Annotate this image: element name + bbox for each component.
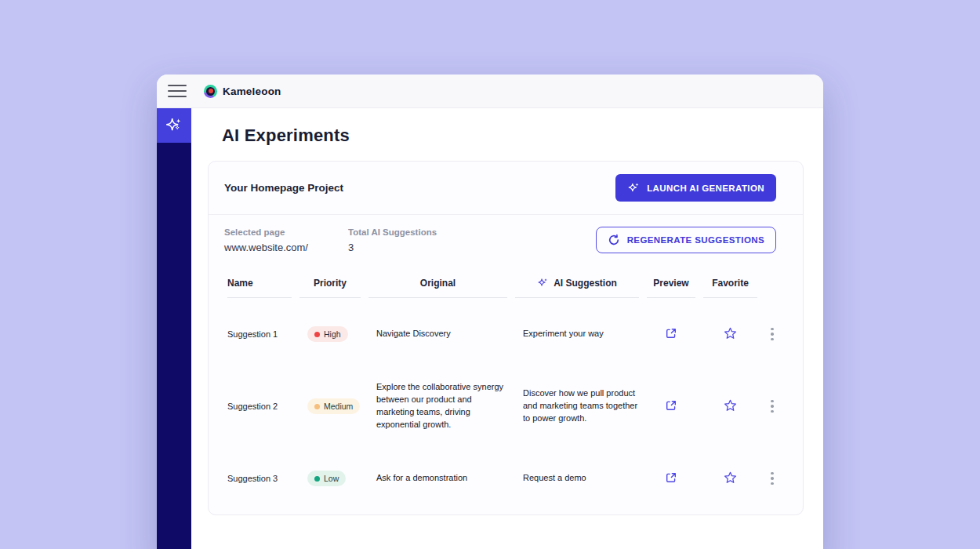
card-info: Selected page www.website.com/ Total AI …	[209, 215, 803, 256]
page-title: AI Experiments	[222, 125, 823, 146]
priority-badge: Low	[307, 471, 346, 486]
brand-name: Kameleoon	[223, 85, 281, 97]
star-icon	[723, 471, 738, 485]
star-icon	[723, 398, 738, 413]
column-header-ai-suggestion: AI Suggestion	[515, 277, 639, 298]
refresh-icon	[608, 234, 620, 246]
star-icon	[723, 326, 738, 341]
card-header: Your Homepage Project LAUNCH AI GENERATI…	[209, 162, 803, 215]
total-suggestions-value: 3	[348, 242, 437, 253]
regenerate-suggestions-button[interactable]: REGENERATE SUGGESTIONS	[596, 227, 776, 253]
kebab-menu-icon[interactable]	[768, 325, 775, 343]
external-link-icon	[665, 399, 677, 412]
kameleoon-logo-icon	[204, 85, 217, 98]
table-row: Suggestion 3 Low Ask for a demonstration…	[227, 442, 779, 514]
brand: Kameleoon	[204, 85, 281, 98]
selected-page-value: www.website.com/	[224, 242, 348, 253]
regenerate-suggestions-label: REGENERATE SUGGESTIONS	[627, 235, 764, 245]
total-suggestions-label: Total AI Suggestions	[348, 227, 437, 237]
selected-page-label: Selected page	[224, 227, 348, 237]
preview-button[interactable]	[663, 470, 679, 485]
favorite-button[interactable]	[721, 325, 739, 343]
priority-badge: Medium	[307, 398, 360, 414]
topbar: Kameleoon	[157, 75, 823, 108]
launch-ai-generation-button[interactable]: LAUNCH AI GENERATION	[615, 174, 776, 202]
ai-suggestion-text: Request a demo	[515, 472, 639, 485]
favorite-button[interactable]	[721, 469, 739, 487]
external-link-icon	[665, 471, 677, 484]
external-link-icon	[665, 327, 677, 340]
app-window: Kameleoon AI Experiments Yo	[157, 75, 823, 549]
sidebar-item-ai-experiments[interactable]	[157, 108, 191, 143]
preview-button[interactable]	[663, 398, 679, 413]
main-content: AI Experiments Your Homepage Project LAU…	[191, 108, 823, 549]
suggestion-name: Suggestion 2	[227, 402, 292, 411]
launch-ai-generation-label: LAUNCH AI GENERATION	[647, 184, 764, 193]
total-suggestions-block: Total AI Suggestions 3	[348, 227, 437, 253]
favorite-button[interactable]	[721, 397, 739, 415]
sparkle-icon	[627, 181, 641, 195]
ai-suggestion-text: Experiment your way	[515, 328, 639, 340]
priority-badge: High	[307, 326, 348, 342]
priority-dot-icon	[314, 332, 320, 337]
table-row: Suggestion 2 Medium Explore the collabor…	[227, 370, 779, 442]
column-header-favorite: Favorite	[703, 278, 757, 298]
table-row: Suggestion 1 High Navigate Discovery Exp…	[227, 298, 779, 370]
selected-page-block: Selected page www.website.com/	[224, 227, 348, 253]
column-header-name: Name	[227, 278, 292, 298]
column-header-priority: Priority	[299, 278, 361, 298]
ai-suggestion-text: Discover how we pull product and marketi…	[515, 387, 639, 425]
sidebar	[157, 108, 191, 549]
suggestion-name: Suggestion 1	[227, 329, 292, 339]
original-text: Ask for a demonstration	[368, 472, 507, 485]
original-text: Explore the collaborative synergy betwee…	[368, 381, 507, 431]
priority-dot-icon	[314, 476, 320, 482]
kebab-menu-icon[interactable]	[768, 470, 775, 487]
suggestions-table: Name Priority Original AI Suggestion	[209, 256, 803, 514]
suggestion-name: Suggestion 3	[227, 474, 292, 483]
ai-sparkle-icon	[165, 116, 183, 135]
table-header-row: Name Priority Original AI Suggestion	[227, 277, 779, 298]
hamburger-icon[interactable]	[168, 85, 187, 97]
preview-button[interactable]	[663, 325, 679, 341]
project-title: Your Homepage Project	[224, 182, 343, 194]
original-text: Navigate Discovery	[368, 328, 507, 340]
sparkle-icon	[537, 277, 549, 289]
column-header-preview: Preview	[647, 278, 695, 298]
project-card: Your Homepage Project LAUNCH AI GENERATI…	[208, 161, 804, 515]
kebab-menu-icon[interactable]	[768, 398, 775, 415]
column-header-original: Original	[368, 278, 507, 298]
priority-dot-icon	[314, 404, 320, 409]
